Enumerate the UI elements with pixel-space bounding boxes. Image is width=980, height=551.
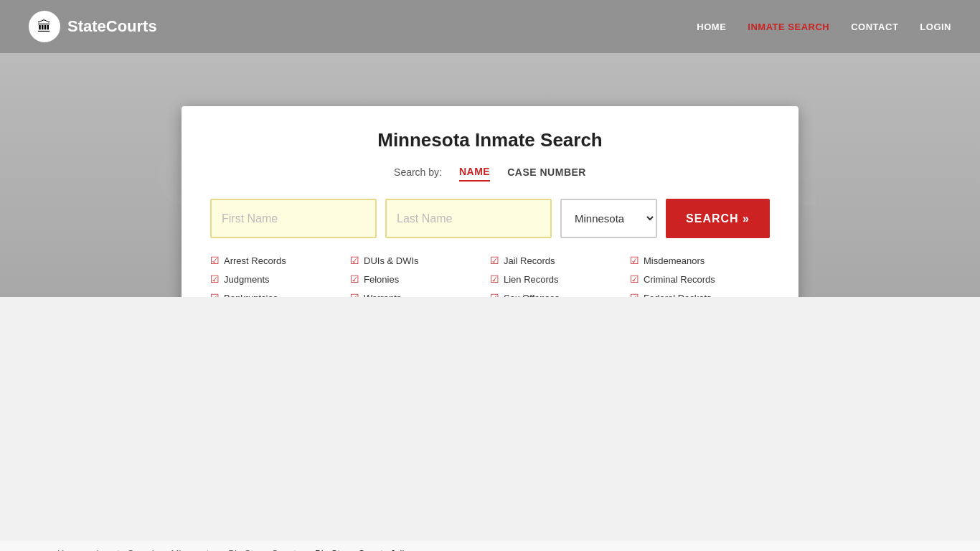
check-icon: ☑ bbox=[630, 292, 639, 297]
check-icon: ☑ bbox=[210, 255, 220, 266]
nav-contact[interactable]: CONTACT bbox=[851, 22, 898, 32]
nav: HOME INMATE SEARCH CONTACT LOGIN bbox=[697, 22, 951, 32]
feature-lien-records: ☑ Lien Records bbox=[490, 271, 630, 287]
feature-arrest-records: ☑ Arrest Records bbox=[210, 253, 350, 268]
search-tabs: Search by: NAME CASE NUMBER bbox=[210, 163, 770, 182]
hero-background: COURTHOUSE Minnesota Inmate Search Searc… bbox=[0, 53, 980, 297]
check-icon: ☑ bbox=[630, 255, 639, 266]
feature-duis: ☑ DUIs & DWIs bbox=[350, 253, 490, 268]
first-name-input[interactable] bbox=[210, 199, 377, 238]
feature-label: Warrants bbox=[364, 293, 401, 298]
search-by-label: Search by: bbox=[394, 166, 442, 178]
nav-inmate-search[interactable]: INMATE SEARCH bbox=[748, 22, 829, 32]
header: 🏛 StateCourts HOME INMATE SEARCH CONTACT… bbox=[0, 0, 980, 53]
feature-misdemeanors: ☑ Misdemeanors bbox=[630, 253, 770, 268]
feature-label: Judgments bbox=[224, 274, 270, 285]
check-icon: ☑ bbox=[350, 292, 359, 297]
feature-felonies: ☑ Felonies bbox=[350, 271, 490, 287]
feature-label: DUIs & DWIs bbox=[364, 255, 419, 266]
logo-text[interactable]: StateCourts bbox=[67, 17, 157, 36]
feature-judgments: ☑ Judgments bbox=[210, 271, 350, 287]
feature-label: Lien Records bbox=[504, 274, 559, 285]
search-card: Minnesota Inmate Search Search by: NAME … bbox=[182, 106, 798, 297]
feature-label: Misdemeanors bbox=[644, 255, 705, 266]
breadcrumb-minnesota[interactable]: Minnesota bbox=[171, 548, 215, 551]
breadcrumb-big-stone-county[interactable]: Big Stone County bbox=[228, 548, 301, 551]
feature-label: Arrest Records bbox=[224, 255, 286, 266]
search-form: Minnesota Alabama Alaska Arizona Arkansa… bbox=[210, 199, 770, 238]
feature-warrants: ☑ Warrants bbox=[350, 290, 490, 297]
check-icon: ☑ bbox=[210, 292, 220, 297]
feature-label: Criminal Records bbox=[644, 274, 715, 285]
feature-label: Jail Records bbox=[504, 255, 555, 266]
breadcrumb-current: Big Stone County Jail bbox=[315, 548, 404, 551]
check-icon: ☑ bbox=[350, 273, 359, 285]
nav-login[interactable]: LOGIN bbox=[920, 22, 951, 32]
feature-label: Federal Dockets bbox=[644, 293, 712, 298]
check-icon: ☑ bbox=[490, 255, 499, 266]
last-name-input[interactable] bbox=[385, 199, 552, 238]
logo-area: 🏛 StateCourts bbox=[29, 11, 157, 42]
search-button[interactable]: SEARCH » bbox=[666, 199, 770, 238]
feature-label: Sex Offenses bbox=[504, 293, 560, 298]
tab-case-number[interactable]: CASE NUMBER bbox=[507, 164, 586, 181]
breadcrumb-inmate-search[interactable]: Inmate Search bbox=[96, 548, 157, 551]
search-card-title: Minnesota Inmate Search bbox=[210, 129, 770, 151]
features-grid: ☑ Arrest Records ☑ DUIs & DWIs ☑ Jail Re… bbox=[210, 253, 770, 297]
feature-criminal-records: ☑ Criminal Records bbox=[630, 271, 770, 287]
breadcrumb: Home › Inmate Search › Minnesota › Big S… bbox=[0, 541, 980, 551]
check-icon: ☑ bbox=[630, 273, 639, 285]
feature-label: Felonies bbox=[364, 274, 399, 285]
feature-bankruptcies: ☑ Bankruptcies bbox=[210, 290, 350, 297]
check-icon: ☑ bbox=[210, 273, 220, 285]
check-icon: ☑ bbox=[350, 255, 359, 266]
feature-label: Bankruptcies bbox=[224, 293, 278, 298]
feature-jail-records: ☑ Jail Records bbox=[490, 253, 630, 268]
nav-home[interactable]: HOME bbox=[697, 22, 726, 32]
feature-federal-dockets: ☑ Federal Dockets bbox=[630, 290, 770, 297]
check-icon: ☑ bbox=[490, 273, 499, 285]
check-icon: ☑ bbox=[490, 292, 499, 297]
logo-icon: 🏛 bbox=[29, 11, 60, 42]
feature-sex-offenses: ☑ Sex Offenses bbox=[490, 290, 630, 297]
breadcrumb-home[interactable]: Home bbox=[57, 548, 83, 551]
state-select[interactable]: Minnesota Alabama Alaska Arizona Arkansa… bbox=[560, 199, 657, 238]
tab-name[interactable]: NAME bbox=[459, 163, 490, 182]
